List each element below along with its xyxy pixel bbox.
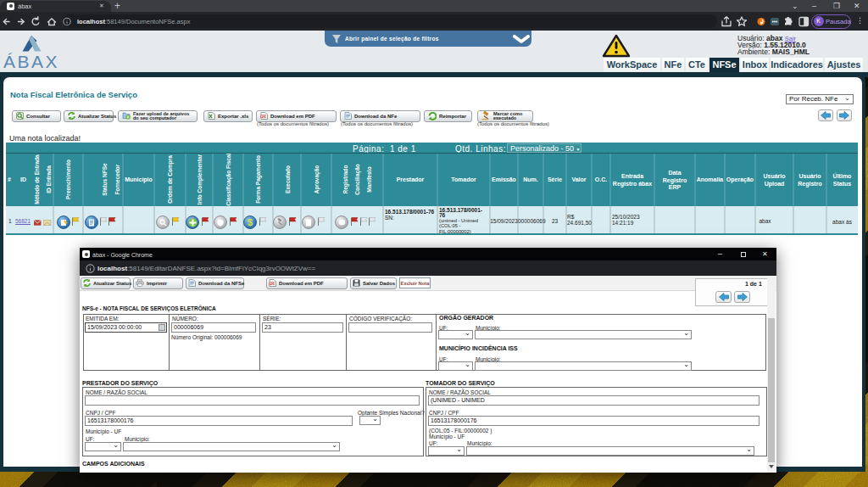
- svg-text:PDF: PDF: [261, 115, 267, 119]
- svg-text:PDF: PDF: [270, 283, 275, 286]
- svg-text:ÁBAX: ÁBAX: [3, 52, 59, 70]
